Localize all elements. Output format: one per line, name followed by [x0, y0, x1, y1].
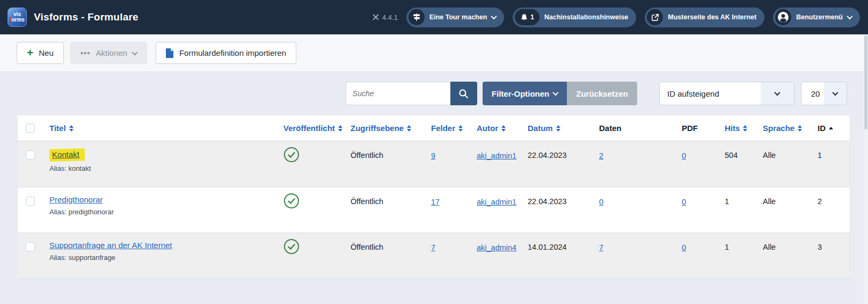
toolbar: + Neu ••• Aktionen Formulardefinition im…: [0, 34, 868, 72]
vertical-scrollbar: [864, 34, 868, 304]
pdf-count-link[interactable]: 0: [682, 243, 686, 252]
chevron-down-icon: [824, 82, 847, 105]
sort-icon: [798, 125, 802, 132]
notification-count: 1: [530, 13, 534, 21]
row-checkbox[interactable]: [26, 150, 35, 160]
form-title-link[interactable]: Supportanfrage an der AK Internet: [49, 241, 172, 250]
filter-bar: Filter-Optionen Zurücksetzen ID aufsteig…: [346, 82, 847, 105]
column-header-veroeffentlicht[interactable]: Veröffentlicht: [283, 124, 342, 133]
published-toggle[interactable]: [283, 238, 300, 257]
filter-options-label: Filter-Optionen: [492, 89, 550, 98]
fields-count-link[interactable]: 17: [431, 198, 440, 206]
form-id: 2: [818, 195, 850, 206]
search-button[interactable]: [450, 82, 477, 105]
check-circle-icon: [283, 147, 300, 163]
tour-button[interactable]: Eine Tour machen: [406, 8, 504, 27]
search-input[interactable]: [346, 82, 450, 105]
date-created: 22.04.2023: [528, 195, 599, 206]
chevron-down-icon: [847, 13, 852, 19]
user-menu-button[interactable]: Benutzermenü: [773, 8, 860, 27]
plus-icon: +: [27, 47, 33, 58]
chevron-down-icon: [761, 82, 794, 105]
column-header-daten: Daten: [599, 124, 682, 133]
sort-icon: [743, 125, 747, 132]
external-link-icon: [647, 9, 663, 25]
column-header-zugriffsebene[interactable]: Zugriffsebene: [351, 124, 431, 133]
sort-icon: [458, 125, 463, 132]
column-header-pdf: PDF: [682, 124, 725, 133]
hits-count: 504: [725, 149, 763, 160]
page-title: Visforms - Formulare: [34, 11, 138, 23]
limit-select-value: 20: [801, 89, 824, 98]
signpost-icon: [409, 9, 425, 25]
new-button[interactable]: + Neu: [17, 42, 64, 64]
column-header-sprache[interactable]: Sprache: [763, 124, 818, 133]
notifications-button[interactable]: 1 Nachinstallationshinweise: [513, 8, 636, 27]
column-header-hits[interactable]: Hits: [725, 124, 763, 133]
data-count-link[interactable]: 7: [599, 243, 603, 252]
table-row: Predigthonorar Alias: predigthonorar Öff…: [18, 187, 850, 233]
table-row: Supportanfrage an der AK Internet Alias:…: [18, 233, 850, 278]
chevron-down-icon: [132, 49, 137, 55]
form-alias: Alias: predigthonorar: [49, 208, 276, 216]
sort-icon: [407, 125, 411, 132]
author-link[interactable]: aki_admin4: [477, 243, 516, 252]
app-header: vis forms Visforms - Formulare 4.4.1 Ein…: [0, 0, 868, 34]
fields-count-link[interactable]: 7: [431, 243, 435, 252]
user-icon: [775, 9, 791, 25]
form-title-link[interactable]: Predigthonorar: [49, 195, 103, 204]
author-link[interactable]: aki_admin1: [477, 151, 516, 160]
author-link[interactable]: aki_admin1: [477, 198, 516, 206]
notifications-label: Nachinstallationshinweise: [544, 13, 628, 21]
row-checkbox[interactable]: [26, 197, 35, 206]
filter-options-button[interactable]: Filter-Optionen: [483, 82, 567, 105]
row-checkbox[interactable]: [26, 242, 35, 251]
form-alias: Alias: kontakt: [49, 164, 276, 172]
sort-select[interactable]: ID aufsteigend: [659, 82, 794, 105]
pdf-count-link[interactable]: 0: [682, 151, 686, 160]
scrollbar-thumb[interactable]: [864, 35, 867, 129]
reset-button[interactable]: Zurücksetzen: [567, 82, 637, 105]
data-count-link[interactable]: 0: [599, 198, 603, 206]
date-created: 22.04.2023: [528, 149, 599, 160]
bell-icon: 1: [515, 9, 539, 25]
column-header-autor[interactable]: Autor: [477, 124, 528, 133]
data-count-link[interactable]: 2: [599, 151, 603, 160]
search-icon: [458, 89, 469, 99]
tour-label: Eine Tour machen: [429, 13, 487, 21]
ellipsis-icon: •••: [81, 48, 91, 57]
joomla-icon: [372, 13, 380, 21]
table-row: Kontakt Alias: kontakt Öffentlich 9 aki_…: [18, 141, 850, 187]
sample-page-label: Musterseite des AK Internet: [668, 13, 756, 21]
form-title-link[interactable]: Kontakt: [52, 150, 79, 160]
check-circle-icon: [283, 193, 300, 209]
sort-icon: [556, 125, 560, 132]
published-toggle[interactable]: [283, 193, 300, 211]
published-toggle[interactable]: [283, 147, 300, 165]
joomla-version: 4.4.1: [372, 13, 398, 21]
import-form-button[interactable]: Formulardefinition importieren: [156, 42, 296, 64]
language: Alle: [763, 149, 818, 160]
file-import-icon: [166, 48, 174, 58]
sort-icon: [338, 125, 342, 132]
fields-count-link[interactable]: 9: [431, 151, 435, 160]
column-header-datum[interactable]: Datum: [528, 124, 599, 133]
chevron-down-icon: [491, 13, 497, 19]
logo-text2: forms: [10, 17, 25, 23]
select-all-checkbox[interactable]: [26, 124, 35, 133]
visforms-logo: vis forms: [8, 8, 27, 27]
actions-button[interactable]: ••• Aktionen: [70, 42, 147, 64]
sample-page-button[interactable]: Musterseite des AK Internet: [645, 8, 764, 27]
new-button-label: Neu: [39, 48, 54, 57]
language: Alle: [763, 195, 818, 206]
access-level: Öffentlich: [351, 195, 431, 206]
date-created: 14.01.2024: [528, 241, 599, 252]
column-header-felder[interactable]: Felder: [431, 124, 477, 133]
forms-table: Titel Veröffentlicht Zugriffsebene Felde…: [18, 115, 850, 278]
access-level: Öffentlich: [351, 149, 431, 160]
limit-select[interactable]: 20: [801, 82, 847, 105]
chevron-down-icon: [553, 90, 559, 96]
column-header-id[interactable]: ID: [818, 124, 850, 133]
column-header-titel[interactable]: Titel: [49, 124, 276, 133]
pdf-count-link[interactable]: 0: [682, 198, 686, 206]
